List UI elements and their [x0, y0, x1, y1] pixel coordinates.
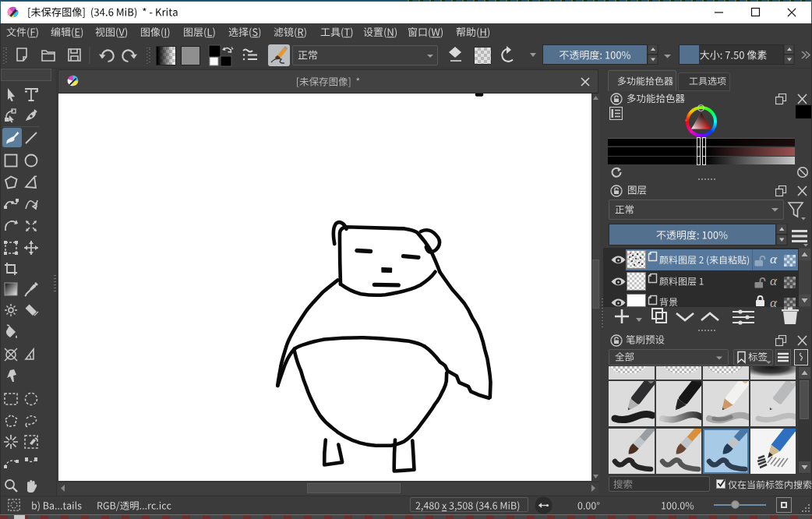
svg-text:α: α — [770, 274, 778, 288]
svg-text:α: α — [770, 252, 778, 266]
